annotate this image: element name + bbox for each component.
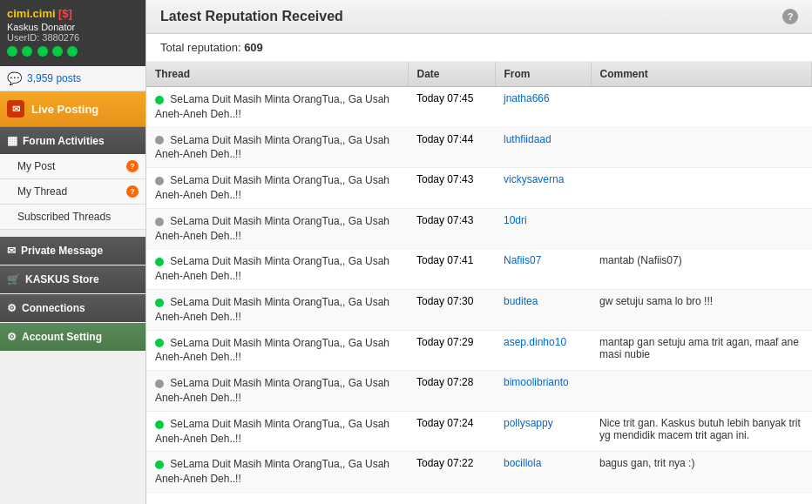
- rep-dot: [155, 299, 164, 307]
- profile-username[interactable]: cimi.cimi [$]: [7, 7, 139, 20]
- user-link[interactable]: luthfiidaad: [504, 133, 551, 145]
- table-row: SeLama Duit Masih Minta OrangTua,, Ga Us…: [146, 452, 812, 493]
- from-cell[interactable]: vickysaverna: [495, 168, 591, 209]
- thread-link[interactable]: SeLama Duit Masih Minta OrangTua,, Ga Us…: [155, 255, 389, 282]
- profile-rank: Kaskus Donator: [7, 22, 139, 32]
- private-message-button[interactable]: ✉ Private Message: [0, 237, 145, 265]
- my-thread-info-icon[interactable]: ?: [126, 185, 139, 198]
- table-row: SeLama Duit Masih Minta OrangTua,, Ga Us…: [146, 249, 812, 290]
- user-link[interactable]: bimoolibrianto: [504, 376, 569, 388]
- thread-link[interactable]: SeLama Duit Masih Minta OrangTua,, Ga Us…: [155, 418, 389, 445]
- user-link[interactable]: bocillola: [504, 457, 541, 469]
- private-message-label: Private Message: [21, 245, 103, 257]
- table-row: SeLama Duit Masih Minta OrangTua,, Ga Us…: [146, 330, 812, 371]
- live-posting-label: Live Posting: [31, 103, 98, 116]
- date-cell: Today 07:43: [408, 208, 495, 249]
- comment-cell: gw setuju sama lo bro !!!: [591, 289, 812, 330]
- forum-activities-label: Forum Activities: [23, 135, 105, 147]
- user-link[interactable]: pollysappy: [504, 417, 553, 429]
- from-cell[interactable]: pollysappy: [495, 411, 591, 452]
- thread-link[interactable]: SeLama Duit Masih Minta OrangTua,, Ga Us…: [155, 134, 389, 161]
- thread-link[interactable]: SeLama Duit Masih Minta OrangTua,, Ga Us…: [155, 337, 389, 364]
- date-cell: Today 07:44: [408, 127, 495, 168]
- col-thread: Thread: [146, 62, 408, 87]
- date-cell: Today 07:43: [408, 168, 495, 209]
- date-cell: Today 07:30: [408, 289, 495, 330]
- account-setting-button[interactable]: ⚙ Account Setting: [0, 323, 145, 351]
- total-rep-value: 609: [244, 41, 263, 54]
- from-cell[interactable]: bocillola: [495, 452, 591, 493]
- table-row: SeLama Duit Masih Minta OrangTua,, Ga Us…: [146, 127, 812, 168]
- comment-cell: [591, 371, 812, 412]
- date-cell: Today 07:41: [408, 249, 495, 290]
- table-row: SeLama Duit Masih Minta OrangTua,, Ga Us…: [146, 289, 812, 330]
- user-link[interactable]: Nafiis07: [504, 254, 541, 266]
- comment-cell: mantap gan setuju ama trit agan, maaf an…: [591, 330, 812, 371]
- rep-dot: [155, 380, 164, 388]
- user-link[interactable]: asep.dinho10: [504, 336, 566, 348]
- rep-dot: [155, 96, 164, 104]
- store-icon: 🛒: [7, 273, 20, 286]
- rep-dot: [155, 339, 164, 347]
- rep-dot: [155, 218, 164, 226]
- reputation-table: Thread Date From Comment SeLama Duit Mas…: [146, 62, 812, 493]
- rep-dot: [155, 460, 164, 469]
- envelope-icon: ✉: [7, 245, 16, 257]
- account-setting-label: Account Setting: [22, 331, 102, 343]
- thread-link[interactable]: SeLama Duit Masih Minta OrangTua,, Ga Us…: [155, 296, 389, 323]
- comment-cell: [591, 208, 812, 249]
- thread-link[interactable]: SeLama Duit Masih Minta OrangTua,, Ga Us…: [155, 215, 389, 242]
- thread-link[interactable]: SeLama Duit Masih Minta OrangTua,, Ga Us…: [155, 377, 389, 404]
- forum-icon: ▦: [7, 134, 17, 147]
- comment-cell: [591, 87, 812, 128]
- from-cell[interactable]: Nafiis07: [495, 249, 591, 290]
- thread-cell: SeLama Duit Masih Minta OrangTua,, Ga Us…: [146, 87, 408, 128]
- date-cell: Today 07:28: [408, 371, 495, 412]
- col-comment: Comment: [591, 62, 812, 87]
- user-link[interactable]: vickysaverna: [504, 173, 564, 185]
- sidebar-item-subscribed-threads[interactable]: Subscribed Threads: [0, 205, 145, 230]
- star-3: [37, 46, 48, 57]
- main-header: Latest Reputation Received ?: [146, 0, 812, 34]
- my-post-info-icon[interactable]: ?: [126, 160, 139, 172]
- date-cell: Today 07:22: [408, 452, 495, 493]
- thread-link[interactable]: SeLama Duit Masih Minta OrangTua,, Ga Us…: [155, 174, 389, 201]
- page-title: Latest Reputation Received: [160, 9, 343, 24]
- user-link[interactable]: jnatha666: [504, 92, 550, 104]
- thread-link[interactable]: SeLama Duit Masih Minta OrangTua,, Ga Us…: [155, 93, 389, 120]
- connections-icon: ⚙: [7, 302, 17, 314]
- user-link[interactable]: buditea: [504, 295, 538, 307]
- sidebar-item-my-post[interactable]: My Post ?: [0, 154, 145, 179]
- from-cell[interactable]: asep.dinho10: [495, 330, 591, 371]
- thread-link[interactable]: SeLama Duit Masih Minta OrangTua,, Ga Us…: [155, 458, 389, 485]
- live-posting-button[interactable]: ✉ Live Posting: [0, 91, 145, 127]
- table-row: SeLama Duit Masih Minta OrangTua,, Ga Us…: [146, 168, 812, 209]
- thread-cell: SeLama Duit Masih Minta OrangTua,, Ga Us…: [146, 452, 408, 493]
- from-cell[interactable]: jnatha666: [495, 87, 591, 128]
- from-cell[interactable]: buditea: [495, 289, 591, 330]
- sidebar-item-my-thread[interactable]: My Thread ?: [0, 179, 145, 205]
- help-icon[interactable]: ?: [782, 9, 798, 24]
- posts-count[interactable]: 3,959 posts: [27, 72, 81, 84]
- rep-dot: [155, 258, 164, 266]
- table-row: SeLama Duit Masih Minta OrangTua,, Ga Us…: [146, 208, 812, 249]
- rep-dot: [155, 136, 164, 144]
- thread-cell: SeLama Duit Masih Minta OrangTua,, Ga Us…: [146, 411, 408, 452]
- star-5: [67, 46, 78, 57]
- posts-section: 💬 3,959 posts: [0, 66, 145, 91]
- account-icon: ⚙: [7, 331, 17, 343]
- from-cell[interactable]: bimoolibrianto: [495, 371, 591, 412]
- date-cell: Today 07:29: [408, 330, 495, 371]
- sidebar: cimi.cimi [$] Kaskus Donator UserID: 388…: [0, 0, 146, 504]
- from-cell[interactable]: luthfiidaad: [495, 127, 591, 168]
- live-posting-icon: ✉: [7, 100, 24, 118]
- user-link[interactable]: 10dri: [504, 214, 527, 226]
- thread-cell: SeLama Duit Masih Minta OrangTua,, Ga Us…: [146, 208, 408, 249]
- profile-userid: UserID: 3880276: [7, 32, 139, 43]
- star-2: [22, 46, 32, 57]
- kaskus-store-button[interactable]: 🛒 KASKUS Store: [0, 265, 145, 293]
- connections-button[interactable]: ⚙ Connections: [0, 294, 145, 322]
- thread-cell: SeLama Duit Masih Minta OrangTua,, Ga Us…: [146, 127, 408, 168]
- thread-cell: SeLama Duit Masih Minta OrangTua,, Ga Us…: [146, 330, 408, 371]
- from-cell[interactable]: 10dri: [495, 208, 591, 249]
